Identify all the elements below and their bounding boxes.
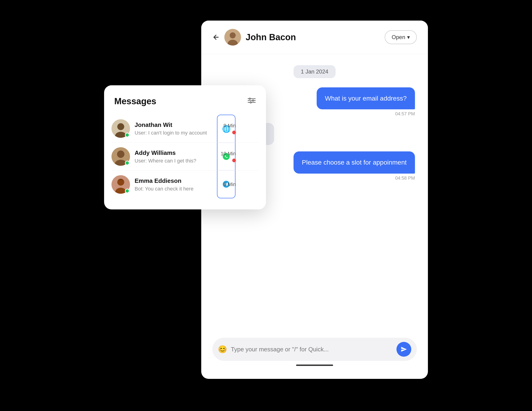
conv-meta-emma: 9 Min xyxy=(215,181,238,187)
filter-icon[interactable] xyxy=(247,97,256,105)
msg-time-1: 04:57 PM xyxy=(395,111,415,116)
conv-list: 🌐 xyxy=(112,115,259,198)
conv-info-emma: Emma Eddieson Bot: You can check it here xyxy=(135,177,215,192)
conv-time-jonathan: 9 Min xyxy=(223,123,236,129)
emoji-button[interactable]: 😊 xyxy=(218,345,227,354)
svg-point-7 xyxy=(249,98,250,99)
avatar-wrap-jonathan xyxy=(112,119,130,138)
avatar xyxy=(224,29,241,46)
conv-item-jonathan[interactable]: Jonathan Wit User: I can't login to my a… xyxy=(112,115,259,143)
conv-info-jonathan: Jonathan Wit User: I can't login to my a… xyxy=(135,121,215,136)
svg-point-8 xyxy=(252,100,254,101)
status-button[interactable]: Open ▾ xyxy=(385,30,417,44)
message-out-1: What is your email address? 04:57 PM xyxy=(317,87,415,116)
conv-meta-addy: 10 Min xyxy=(215,151,238,162)
input-row: 😊 xyxy=(212,338,417,361)
conv-name-emma: Emma Eddieson xyxy=(135,177,215,185)
conv-time-emma: 9 Min xyxy=(223,181,236,187)
avatar-wrap-emma xyxy=(112,175,130,194)
msg-time-2: 04:58 PM xyxy=(395,176,415,181)
input-area: 😊 xyxy=(201,331,428,379)
conv-info-addy: Addy Williams User: Where can I get this… xyxy=(135,149,215,164)
conv-meta-jonathan: 9 Min xyxy=(215,123,238,134)
messages-panel: Messages 🌐 xyxy=(104,85,266,209)
conv-preview-emma: Bot: You can check it here xyxy=(135,186,215,192)
online-indicator-addy xyxy=(125,161,130,165)
svg-point-2 xyxy=(230,32,236,38)
unread-dot-addy xyxy=(232,159,236,162)
conv-name-jonathan: Jonathan Wit xyxy=(135,121,215,129)
messages-header: Messages xyxy=(112,96,259,106)
conv-name-addy: Addy Williams xyxy=(135,149,215,157)
bubble-out-1: What is your email address? xyxy=(317,87,415,109)
date-badge: 1 Jan 2024 xyxy=(294,65,336,78)
home-indicator xyxy=(296,364,333,366)
bubble-out-2: Please choose a slot for appoinment xyxy=(294,151,415,173)
online-indicator-jonathan xyxy=(125,133,130,137)
conv-item-addy[interactable]: Addy Williams User: Where can I get this… xyxy=(112,143,259,171)
messages-title: Messages xyxy=(114,96,156,106)
message-out-2: Please choose a slot for appoinment 04:5… xyxy=(294,151,415,180)
contact-name: John Bacon xyxy=(246,32,385,42)
conv-preview-jonathan: User: I can't login to my account xyxy=(135,130,215,136)
message-input[interactable] xyxy=(231,346,393,353)
chat-header: John Bacon Open ▾ xyxy=(201,20,428,54)
back-button[interactable] xyxy=(212,34,220,41)
svg-point-13 xyxy=(117,123,124,130)
unread-dot-jonathan xyxy=(232,131,236,134)
conv-item-emma[interactable]: Emma Eddieson Bot: You can check it here… xyxy=(112,171,259,198)
svg-point-9 xyxy=(250,102,251,103)
conv-time-addy: 10 Min xyxy=(221,151,236,157)
send-button[interactable] xyxy=(397,342,411,357)
avatar-wrap-addy xyxy=(112,147,130,166)
conv-preview-addy: User: Where can I get this? xyxy=(135,158,215,164)
online-indicator-emma xyxy=(125,189,130,193)
conversations: Jonathan Wit User: I can't login to my a… xyxy=(112,115,259,198)
